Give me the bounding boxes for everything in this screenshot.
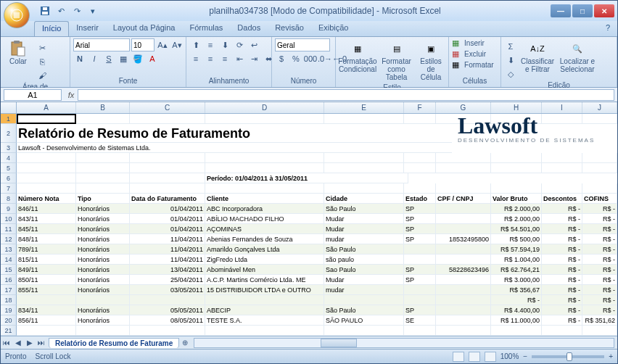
delete-cells-button[interactable]: ▦ Excluir bbox=[452, 49, 486, 59]
cell[interactable]: ABECIP bbox=[205, 305, 324, 315]
cell[interactable]: 848/11 bbox=[17, 234, 76, 244]
cell[interactable] bbox=[404, 244, 436, 255]
align-center-icon[interactable]: ≡ bbox=[204, 52, 217, 65]
cell[interactable]: R$ - bbox=[582, 255, 617, 265]
cell[interactable]: SP bbox=[404, 214, 436, 224]
view-pagebreak-icon[interactable] bbox=[485, 352, 496, 362]
report-subtitle[interactable]: Lawsoft - Desenvolvimento de Sistemas Lt… bbox=[17, 143, 452, 153]
cell[interactable] bbox=[404, 255, 436, 265]
cell[interactable]: ZigFredo Ltda bbox=[205, 255, 324, 265]
wrap-text-icon[interactable]: ↩ bbox=[247, 38, 260, 51]
cell[interactable] bbox=[17, 114, 76, 124]
cell[interactable] bbox=[542, 183, 582, 194]
cell[interactable]: 789/11 bbox=[17, 244, 76, 255]
cell[interactable] bbox=[130, 295, 205, 305]
cell[interactable]: São Paulo bbox=[324, 305, 404, 315]
cell[interactable]: Honorários bbox=[76, 255, 130, 265]
zoom-slider[interactable] bbox=[532, 355, 604, 358]
cell[interactable] bbox=[17, 153, 76, 163]
cell[interactable] bbox=[491, 326, 542, 336]
cell[interactable] bbox=[491, 153, 542, 163]
row-header[interactable]: 10 bbox=[1, 214, 17, 224]
col-header-c[interactable]: C bbox=[130, 102, 205, 113]
cell[interactable] bbox=[436, 295, 491, 305]
cell[interactable] bbox=[130, 163, 205, 173]
row-header[interactable]: 6 bbox=[1, 173, 17, 183]
cell[interactable]: 01/04/2011 bbox=[130, 214, 205, 224]
save-icon[interactable] bbox=[38, 4, 52, 17]
row-header[interactable]: 7 bbox=[1, 183, 17, 194]
cell[interactable]: SP bbox=[404, 275, 436, 285]
cell[interactable] bbox=[17, 326, 76, 336]
currency-icon[interactable]: $ bbox=[275, 52, 288, 65]
cell[interactable]: são paulo bbox=[324, 255, 404, 265]
grow-font-icon[interactable]: A▴ bbox=[156, 38, 169, 51]
cell[interactable] bbox=[324, 326, 404, 336]
conditional-format-button[interactable]: ▦Formatação Condicional bbox=[339, 38, 376, 75]
cell[interactable] bbox=[491, 183, 542, 194]
cell[interactable]: Abominável Men bbox=[205, 265, 324, 275]
cell[interactable]: 849/11 bbox=[17, 265, 76, 275]
cell[interactable]: Honorários bbox=[76, 305, 130, 315]
cell[interactable] bbox=[205, 326, 324, 336]
cell[interactable]: 843/11 bbox=[17, 214, 76, 224]
cell[interactable]: SE bbox=[404, 315, 436, 326]
cell[interactable] bbox=[130, 173, 205, 183]
font-name-combo[interactable]: Arial bbox=[73, 38, 130, 51]
cell[interactable] bbox=[76, 163, 130, 173]
cell[interactable]: R$ - bbox=[582, 295, 617, 305]
tab-inserir[interactable]: Inserir bbox=[69, 21, 106, 36]
row-header[interactable]: 20 bbox=[1, 315, 17, 326]
cell[interactable]: R$ - bbox=[542, 265, 582, 275]
formula-input[interactable] bbox=[78, 89, 614, 101]
cell[interactable]: TESTE S.A. bbox=[205, 315, 324, 326]
view-layout-icon[interactable] bbox=[469, 352, 480, 362]
cell[interactable]: 15 DISTRIBUIDOR LTDA e OUTRO bbox=[205, 285, 324, 295]
zoom-out-button[interactable]: − bbox=[523, 352, 527, 360]
cell[interactable]: R$ - bbox=[542, 214, 582, 224]
cell[interactable] bbox=[436, 204, 491, 214]
cell[interactable]: R$ 57.594,19 bbox=[491, 244, 542, 255]
col-header-h[interactable]: H bbox=[491, 102, 542, 113]
cell[interactable] bbox=[436, 224, 491, 234]
cell[interactable] bbox=[130, 153, 205, 163]
cell[interactable] bbox=[324, 163, 404, 173]
fill-color-icon[interactable]: 🪣 bbox=[131, 52, 144, 65]
cell[interactable]: R$ - bbox=[542, 305, 582, 315]
cell[interactable]: Honorários bbox=[76, 234, 130, 244]
cell[interactable]: 11/04/2011 bbox=[130, 234, 205, 244]
cell[interactable] bbox=[17, 295, 76, 305]
cell[interactable]: A.C.P. Martins Comércio Ltda. ME bbox=[205, 275, 324, 285]
cell[interactable]: R$ - bbox=[582, 275, 617, 285]
format-table-button[interactable]: ▤Formatar como Tabela bbox=[379, 38, 413, 83]
bold-button[interactable]: N bbox=[73, 52, 86, 65]
cell[interactable]: mudar bbox=[324, 285, 404, 295]
cell[interactable] bbox=[17, 173, 76, 183]
cell[interactable]: R$ - bbox=[542, 255, 582, 265]
cell[interactable] bbox=[76, 153, 130, 163]
cell[interactable] bbox=[404, 153, 436, 163]
row-header[interactable]: 1 bbox=[1, 114, 17, 124]
cell[interactable]: R$ - bbox=[582, 305, 617, 315]
cell[interactable]: 846/11 bbox=[17, 204, 76, 214]
cut-icon[interactable]: ✂ bbox=[36, 41, 49, 54]
cell[interactable]: São Paulo bbox=[324, 204, 404, 214]
cell[interactable]: R$ 351,62 bbox=[582, 315, 617, 326]
cell[interactable]: R$ 1.004,00 bbox=[491, 255, 542, 265]
cell[interactable]: ABÍLIO MACHADO FILHO bbox=[205, 214, 324, 224]
tab-revisao[interactable]: Revisão bbox=[268, 21, 311, 36]
maximize-button[interactable]: □ bbox=[572, 4, 593, 17]
col-header-a[interactable]: A bbox=[17, 102, 76, 113]
tab-formulas[interactable]: Fórmulas bbox=[183, 21, 231, 36]
fx-icon[interactable]: fx bbox=[65, 91, 78, 99]
col-header-d[interactable]: D bbox=[205, 102, 324, 113]
cell[interactable] bbox=[76, 114, 130, 124]
font-size-combo[interactable]: 10 bbox=[131, 38, 154, 51]
table-header[interactable]: COFINS bbox=[582, 194, 617, 204]
decrease-indent-icon[interactable]: ⇤ bbox=[233, 52, 246, 65]
cell[interactable] bbox=[130, 326, 205, 336]
table-header[interactable]: CPF / CNPJ bbox=[436, 194, 491, 204]
cell[interactable]: 815/11 bbox=[17, 255, 76, 265]
cell[interactable] bbox=[436, 163, 491, 173]
cell[interactable]: SP bbox=[404, 265, 436, 275]
